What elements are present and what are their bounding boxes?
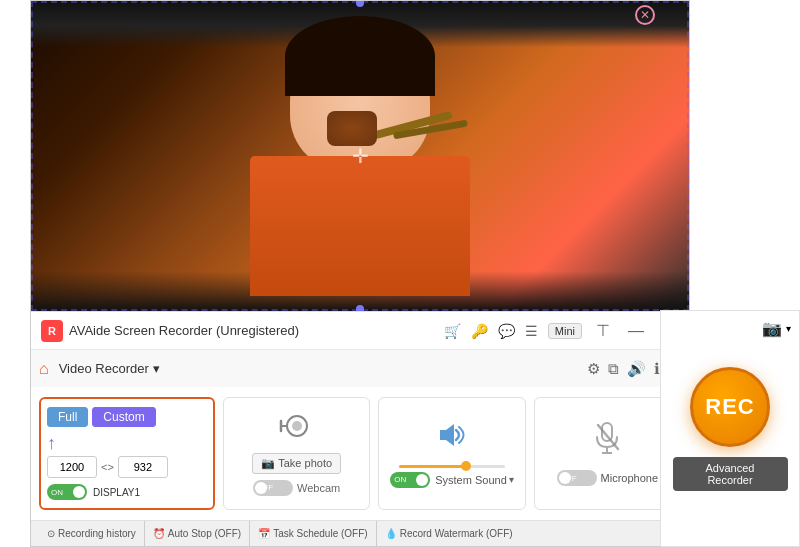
- mode-label: Video Recorder: [59, 361, 149, 376]
- take-photo-button[interactable]: 📷 Take photo: [252, 453, 341, 474]
- svg-point-1: [292, 421, 302, 431]
- history-label: Recording history: [58, 528, 136, 539]
- webcam-icon: [279, 412, 315, 447]
- schedule-icon: 📅: [258, 528, 270, 539]
- width-input[interactable]: [47, 456, 97, 478]
- watermark-item[interactable]: 💧 Record Watermark (OFF): [377, 521, 521, 546]
- full-button[interactable]: Full: [47, 407, 88, 427]
- task-schedule-item[interactable]: 📅 Task Schedule (OFF): [250, 521, 376, 546]
- sound-toggle-knob: [416, 474, 428, 486]
- comment-icon[interactable]: 💬: [498, 323, 515, 339]
- webcam-toggle[interactable]: OFF: [253, 480, 293, 496]
- mode-selector[interactable]: Video Recorder ▾: [53, 359, 166, 378]
- webcam-panel: 📷 Take photo OFF Webcam: [223, 397, 370, 510]
- webcam-label: Webcam: [297, 482, 340, 494]
- key-icon[interactable]: 🔑: [471, 323, 488, 339]
- rec-button[interactable]: REC: [690, 367, 770, 447]
- mic-toggle-row: OFF Microphone: [557, 470, 658, 486]
- autostop-icon: ⏰: [153, 528, 165, 539]
- toolbar: ⌂ Video Recorder ▾ ⚙ ⧉ 🔊 ℹ ⊞: [31, 349, 689, 387]
- webcam-toggle-knob: [255, 482, 267, 494]
- display-label: DISPLAY1: [93, 487, 140, 498]
- mini-button[interactable]: Mini: [548, 323, 582, 339]
- camera-row: 📷 ▾: [762, 319, 791, 338]
- system-sound-dropdown-arrow[interactable]: ▾: [509, 474, 514, 485]
- settings-icon[interactable]: ⚙: [587, 360, 600, 378]
- move-cursor-icon: ✛: [352, 144, 369, 168]
- resolution-buttons: Full Custom: [47, 407, 207, 427]
- display-toggle[interactable]: ON: [47, 484, 87, 500]
- height-input[interactable]: [118, 456, 168, 478]
- schedule-label: Task Schedule (OFF): [273, 528, 367, 539]
- recording-history-item[interactable]: ⊙ Recording history: [39, 521, 145, 546]
- home-button[interactable]: ⌂: [39, 360, 49, 378]
- svg-marker-4: [440, 424, 454, 446]
- video-preview: ✛ ‹ › ←: [31, 1, 689, 311]
- resolution-panel: Full Custom ↑ <> ON DISPLAY1: [39, 397, 215, 510]
- system-sound-toggle-row: ON System Sound ▾: [390, 472, 514, 488]
- logo-letter: R: [48, 325, 56, 337]
- watermark-icon: 💧: [385, 528, 397, 539]
- window-close-circle[interactable]: ✕: [635, 5, 655, 25]
- title-icons: 🛒 🔑 💬 ☰ Mini ⊤ — ✕: [444, 321, 679, 340]
- title-bar: R AVAide Screen Recorder (Unregistered) …: [31, 311, 689, 349]
- sound-icon: [434, 420, 470, 457]
- camera-icon-small: 📷: [261, 457, 275, 470]
- volume-slider[interactable]: [399, 465, 506, 468]
- swap-icon: <>: [101, 461, 114, 473]
- menu-icon[interactable]: ☰: [525, 323, 538, 339]
- microphone-label: Microphone: [601, 472, 658, 484]
- take-photo-label: Take photo: [278, 457, 332, 469]
- cart-icon[interactable]: 🛒: [444, 323, 461, 339]
- mic-toggle[interactable]: OFF: [557, 470, 597, 486]
- toggle-on-label: ON: [51, 488, 63, 497]
- watermark-label: Record Watermark (OFF): [400, 528, 513, 539]
- pin-button[interactable]: ⊤: [592, 321, 614, 340]
- mode-arrow-icon: ▾: [153, 361, 160, 376]
- system-sound-panel: ON System Sound ▾: [378, 397, 525, 510]
- volume-thumb[interactable]: [461, 461, 471, 471]
- app-logo: R: [41, 320, 63, 342]
- resolution-input-row: <>: [47, 456, 207, 478]
- system-sound-toggle[interactable]: ON: [390, 472, 430, 488]
- rec-panel: 📷 ▾ REC Advanced Recorder: [660, 310, 800, 547]
- app-window: ✛ ‹ › ← R AVAide Screen Recorder (Unregi…: [30, 0, 690, 547]
- history-icon: ⊙: [47, 528, 55, 539]
- microphone-panel: OFF Microphone: [534, 397, 681, 510]
- audio-icon[interactable]: 🔊: [627, 360, 646, 378]
- upload-arrow-icon: ↑: [47, 433, 207, 454]
- custom-button[interactable]: Custom: [92, 407, 155, 427]
- status-bar: ⊙ Recording history ⏰ Auto Stop (OFF) 📅 …: [31, 520, 689, 546]
- mic-toggle-knob: [559, 472, 571, 484]
- toggle-knob: [73, 486, 85, 498]
- auto-stop-item[interactable]: ⏰ Auto Stop (OFF): [145, 521, 250, 546]
- advanced-recorder-button[interactable]: Advanced Recorder: [673, 457, 788, 491]
- minimize-button[interactable]: —: [624, 322, 648, 340]
- mic-icon: [592, 421, 622, 462]
- copy-icon[interactable]: ⧉: [608, 360, 619, 378]
- display-toggle-row: ON DISPLAY1: [47, 484, 207, 500]
- app-title: AVAide Screen Recorder (Unregistered): [69, 323, 438, 338]
- controls-area: Full Custom ↑ <> ON DISPLAY1: [31, 387, 689, 520]
- rec-label: REC: [705, 394, 754, 420]
- screenshot-icon[interactable]: 📷: [762, 319, 782, 338]
- autostop-label: Auto Stop (OFF): [168, 528, 241, 539]
- sound-toggle-on-label: ON: [394, 475, 406, 484]
- screenshot-dropdown-icon[interactable]: ▾: [786, 323, 791, 334]
- system-sound-label: System Sound: [435, 474, 507, 486]
- webcam-toggle-row: OFF Webcam: [253, 480, 340, 496]
